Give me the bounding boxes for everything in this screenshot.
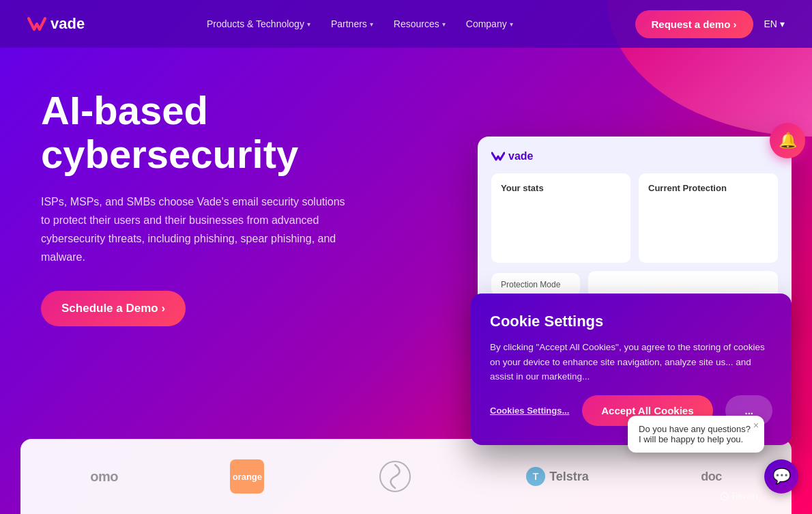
logo-orange: orange (230, 459, 264, 494)
hero-section: AI-based cybersecurity ISPs, MSPs, and S… (0, 48, 812, 326)
nav-link-resources[interactable]: Resources ▾ (394, 18, 446, 29)
logo-swirl (377, 458, 414, 496)
logo-telstra: T Telstra (526, 467, 589, 486)
chat-avatar-button[interactable]: 💬 (764, 459, 798, 494)
dashboard-vade-icon (491, 151, 505, 162)
telstra-icon: T (526, 467, 545, 486)
notification-bell-button[interactable]: 🔔 (770, 123, 805, 158)
cookie-modal-title: Cookie Settings (490, 313, 772, 330)
bell-icon: 🔔 (779, 132, 797, 149)
hero-title: AI-based cybersecurity (41, 89, 382, 176)
chevron-down-icon: ▾ (780, 18, 785, 29)
protection-panel-content (648, 199, 768, 253)
stats-panel: Your stats (491, 173, 630, 263)
nav-links: Products & Technology ▾ Partners ▾ Resou… (207, 18, 513, 29)
hero-subtitle: ISPs, MSPs, and SMBs choose Vade's email… (41, 192, 355, 267)
language-selector[interactable]: EN ▾ (764, 18, 785, 29)
dashboard-card: 🔔 vade Your stats Current Protecti (478, 137, 792, 312)
vade-logo-icon (27, 16, 46, 32)
cookie-settings-link[interactable]: Cookies Settings... (490, 405, 569, 416)
hero-visual: 🔔 vade Your stats Current Protecti (478, 137, 792, 312)
chevron-down-icon: ▾ (442, 20, 446, 28)
logo-text: vade (50, 15, 85, 33)
chevron-down-icon: ▾ (370, 20, 373, 28)
chat-icon: 💬 (772, 468, 791, 485)
protection-panel: Current Protection (639, 173, 778, 263)
swirl-logo-svg (377, 458, 414, 496)
revain-icon: ⊙ (719, 489, 729, 504)
nav-link-products[interactable]: Products & Technology ▾ (207, 18, 310, 29)
protection-panel-title: Current Protection (648, 183, 768, 193)
cookie-modal-body: By clicking "Accept All Cookies", you ag… (490, 340, 772, 384)
schedule-demo-button[interactable]: Schedule a Demo › (41, 291, 186, 326)
dashboard-header: vade (491, 150, 778, 162)
nav-right: Request a demo › EN ▾ (635, 10, 785, 38)
logo-omo: omo (90, 469, 118, 485)
revain-badge: ⊙ Revain (719, 489, 757, 504)
stats-panel-content (501, 199, 621, 253)
orange-box: orange (230, 459, 264, 494)
nav-link-partners[interactable]: Partners ▾ (331, 18, 373, 29)
logo[interactable]: vade (27, 15, 85, 33)
request-demo-button[interactable]: Request a demo › (635, 10, 753, 38)
chevron-down-icon: ▾ (307, 20, 310, 28)
nav-item-company[interactable]: Company ▾ (466, 18, 513, 29)
dashboard-logo: vade (491, 150, 533, 162)
chat-bubble: × Do you have any questions? I will be h… (628, 416, 764, 453)
revain-text: Revain (732, 491, 757, 501)
close-icon[interactable]: × (753, 420, 759, 431)
chat-popup: × Do you have any questions? I will be h… (662, 416, 798, 494)
dashboard-panels: Your stats Current Protection (491, 173, 778, 263)
nav-item-resources[interactable]: Resources ▾ (394, 18, 446, 29)
stats-panel-title: Your stats (501, 183, 621, 193)
protection-mode-label: Protection Mode (491, 273, 580, 296)
nav-link-company[interactable]: Company ▾ (466, 18, 513, 29)
nav-item-partners[interactable]: Partners ▾ (331, 18, 373, 29)
navbar: vade Products & Technology ▾ Partners ▾ … (0, 0, 812, 48)
hero-text: AI-based cybersecurity ISPs, MSPs, and S… (41, 89, 382, 326)
chevron-down-icon: ▾ (510, 20, 513, 28)
nav-item-products[interactable]: Products & Technology ▾ (207, 18, 310, 29)
